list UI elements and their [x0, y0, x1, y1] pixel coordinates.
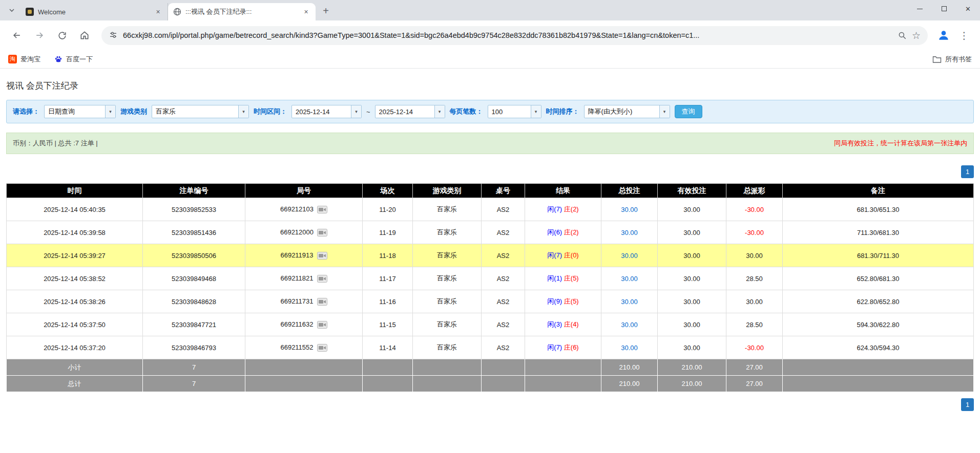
chevron-down-icon[interactable]: ▾ [434, 105, 445, 118]
cell-total-bet: 30.00 [601, 290, 658, 313]
date-to-picker[interactable]: ▾ [375, 105, 445, 118]
menu-dots-icon[interactable]: ⋮ [955, 27, 973, 44]
total-bet-link[interactable]: 30.00 [621, 344, 638, 352]
round-number: 669211821 [280, 274, 313, 282]
chevron-down-icon[interactable]: ▾ [531, 105, 541, 118]
page-size-input[interactable] [488, 105, 531, 118]
sort-order-input[interactable] [585, 105, 659, 118]
new-tab-button[interactable]: + [319, 4, 333, 18]
query-type-input[interactable] [45, 105, 105, 118]
round-number: 669211552 [280, 343, 313, 351]
round-number: 669211913 [280, 251, 313, 259]
sort-order-combobox[interactable]: ▾ [584, 105, 670, 118]
cell-payout: -30.00 [726, 221, 783, 244]
video-icon[interactable] [317, 321, 327, 329]
cell-table-no: AS2 [482, 313, 525, 336]
cell-game-type: 百家乐 [413, 244, 482, 267]
sort-order-label: 时间排序： [546, 107, 579, 116]
column-header: 总投注 [601, 184, 658, 198]
result-player: 闲(3) [547, 320, 562, 328]
page-button-1[interactable]: 1 [961, 165, 974, 178]
table-row: 2025-12-14 05:39:58523039851436669212000… [7, 221, 974, 244]
all-bookmarks-button[interactable]: 所有书签 [932, 55, 972, 64]
page-button-1[interactable]: 1 [961, 398, 974, 411]
url-input[interactable] [123, 31, 892, 39]
date-from-input[interactable] [292, 105, 351, 118]
address-bar[interactable]: ☆ [101, 26, 928, 45]
page-size-combobox[interactable]: ▾ [488, 105, 541, 118]
video-icon[interactable] [317, 229, 327, 236]
reload-button[interactable] [52, 26, 72, 45]
cell-round: 669211821 [245, 267, 363, 290]
date-from-picker[interactable]: ▾ [291, 105, 362, 118]
total-bet-link[interactable]: 30.00 [621, 206, 638, 213]
cell-table-no: AS2 [482, 290, 525, 313]
cell-total-bet: 30.00 [601, 336, 658, 359]
result-player: 闲(7) [547, 205, 562, 213]
video-icon[interactable] [317, 298, 327, 306]
bet-table-body: 2025-12-14 05:40:35523039852533669212103… [7, 198, 974, 359]
game-type-input[interactable] [152, 105, 238, 118]
total-row: 总计7210.00210.0027.00 [7, 376, 974, 392]
cell-bet-id: 523039852533 [143, 198, 245, 221]
table-row: 2025-12-14 05:39:27523039850506669211913… [7, 244, 974, 267]
video-icon[interactable] [317, 252, 327, 260]
video-icon[interactable] [317, 275, 327, 283]
zoom-icon[interactable] [898, 31, 907, 40]
summary-cell: 210.00 [658, 359, 726, 376]
cell-game-type: 百家乐 [413, 313, 482, 336]
video-icon[interactable] [317, 344, 327, 352]
result-banker: 庄(4) [564, 320, 579, 328]
maximize-icon [942, 6, 947, 11]
chevron-down-icon[interactable]: ▾ [659, 105, 670, 118]
pagination-bottom: 1 [6, 398, 974, 411]
cell-bet-id: 523039846793 [143, 336, 245, 359]
total-bet-link[interactable]: 30.00 [621, 298, 638, 306]
home-button[interactable] [75, 26, 94, 45]
minimize-button[interactable] [908, 0, 932, 17]
round-number: 669211632 [280, 320, 313, 328]
cell-remark: 711.30/681.30 [783, 221, 974, 244]
total-bet-link[interactable]: 30.00 [621, 275, 638, 283]
bet-table: 时间注单编号局号场次游戏类别桌号结果总投注有效投注总派彩备注 2025-12-1… [6, 183, 974, 392]
tab-welcome[interactable]: Welcome × [20, 3, 168, 20]
close-icon[interactable]: × [302, 8, 310, 16]
forward-button[interactable] [30, 26, 49, 45]
total-bet-link[interactable]: 30.00 [621, 252, 638, 260]
back-button[interactable] [7, 26, 27, 45]
bookmark-star-icon[interactable]: ☆ [912, 31, 921, 40]
chevron-down-icon[interactable]: ▾ [238, 105, 248, 118]
table-header-row: 时间注单编号局号场次游戏类别桌号结果总投注有效投注总派彩备注 [7, 184, 974, 198]
cell-total-bet: 30.00 [601, 198, 658, 221]
cell-payout: 30.00 [726, 244, 783, 267]
summary-cell [245, 359, 363, 376]
date-to-input[interactable] [376, 105, 434, 118]
cell-valid-bet: 30.00 [658, 336, 726, 359]
cell-game-type: 百家乐 [413, 336, 482, 359]
cell-time: 2025-12-14 05:38:26 [7, 290, 143, 313]
person-icon [937, 29, 950, 42]
forward-icon [34, 30, 45, 40]
bookmark-aitaobao[interactable]: 淘 爱淘宝 [8, 55, 40, 64]
search-button[interactable]: 查询 [675, 105, 702, 118]
game-type-label: 游戏类别 [120, 107, 147, 116]
tab-bet-record[interactable]: :::视讯 会员下注纪录::: × [168, 3, 316, 20]
summary-cell: 7 [143, 376, 245, 392]
cell-round: 669212103 [245, 198, 363, 221]
bookmark-baidu[interactable]: 百度一下 [54, 55, 93, 64]
tune-icon[interactable] [109, 31, 118, 40]
video-icon[interactable] [317, 206, 327, 213]
chevron-down-icon[interactable]: ▾ [105, 105, 115, 118]
maximize-button[interactable] [932, 0, 956, 17]
total-bet-link[interactable]: 30.00 [621, 321, 638, 329]
total-bet-link[interactable]: 30.00 [621, 229, 638, 236]
game-type-combobox[interactable]: ▾ [152, 105, 249, 118]
tab-search-button[interactable] [5, 4, 18, 17]
profile-avatar[interactable] [935, 27, 952, 44]
window-close-button[interactable]: ✕ [956, 0, 980, 17]
summary-cell [363, 376, 413, 392]
query-type-combobox[interactable]: ▾ [44, 105, 116, 118]
close-icon[interactable]: × [154, 8, 162, 16]
cell-remark: 681.30/711.30 [783, 244, 974, 267]
chevron-down-icon[interactable]: ▾ [351, 105, 361, 118]
